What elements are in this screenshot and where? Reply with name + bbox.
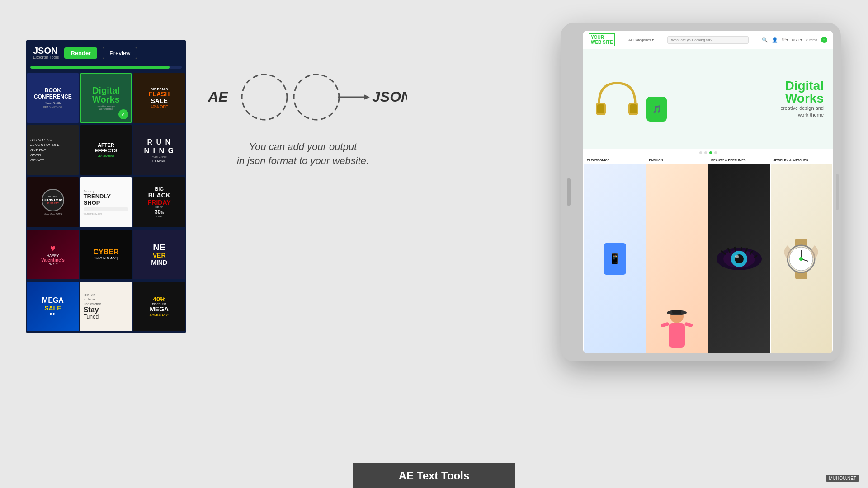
progress-bar-fill [30, 66, 170, 69]
category-jewelry[interactable]: JEWELRY & WATCHES [771, 157, 832, 353]
thumb-run: R U NN I N G [144, 138, 174, 155]
cat-electronics-img: 📱 [584, 164, 646, 353]
flag-dropdown[interactable]: 🏳️▾ [782, 38, 788, 42]
thumbnail-trendly[interactable]: Library TRENDLYSHOP yourcompany.com [80, 177, 132, 227]
render-button[interactable]: Render [64, 47, 97, 59]
flow-svg: AE JSON [199, 68, 407, 127]
beauty-svg [712, 236, 766, 282]
currency-dropdown[interactable]: USD▾ [792, 38, 802, 42]
cat-beauty-img [708, 164, 770, 353]
thumb-ae-sub: Animation [98, 154, 114, 158]
thumbnail-valentine[interactable]: ♥ HAPPY Valentine's PARTY [27, 230, 79, 279]
cat-fashion-img [646, 164, 708, 353]
never-mind-text: MIND [151, 259, 167, 266]
phone-icon: 📱 [604, 243, 626, 275]
tablet-screen: YOUR WEB SITE All Categories ▾ 🔍 👤 🏳️▾ U… [583, 31, 833, 353]
christmas-xmas: CHRISTMAS [42, 198, 64, 202]
never-ver: VER [153, 252, 166, 259]
thumbnail-grid: BOOK CONFERENCE Jane Smith READ AUTHOR D… [26, 72, 186, 333]
svg-text:AE: AE [208, 89, 229, 105]
thumb-digital-sub: creative design work theme [97, 105, 115, 110]
mega-sale-arrows: ▶▶ [50, 312, 56, 316]
thumb-digital-title: DigitalWorks [92, 86, 120, 104]
thumbnail-under-construction[interactable]: Our Siteis UnderConstruction Stay Tuned [80, 282, 132, 331]
msd-mega: MEGA [150, 305, 169, 313]
category-electronics[interactable]: ELECTRONICS 📱 [584, 157, 646, 353]
carousel-dots [583, 149, 833, 157]
tablet-search-input[interactable] [667, 36, 749, 44]
tablet-logo: YOUR WEB SITE [589, 33, 615, 46]
christmas-circle: MERRY CHRISTMAS 31 PARTY [42, 189, 64, 211]
hero-title-line1: Digital [781, 80, 824, 92]
bbf-friday: FRIDAY [148, 199, 171, 206]
logo-line1: YOUR [591, 35, 604, 40]
category-beauty[interactable]: BEAUTY & PERFUMES [708, 157, 770, 353]
thumbnail-digital-works[interactable]: DigitalWorks creative design work theme … [80, 73, 132, 123]
tablet-nav: YOUR WEB SITE All Categories ▾ 🔍 👤 🏳️▾ U… [583, 31, 833, 49]
svg-text:JSON: JSON [372, 89, 407, 105]
thumb-off: 40% OFF [151, 104, 168, 109]
dot-4[interactable] [714, 151, 717, 154]
ipod-product: 🎵 [646, 97, 667, 122]
thumbnail-christmas[interactable]: MERRY CHRISTMAS 31 PARTY New Year 2024 [27, 177, 79, 227]
thumb-author: Jane Smith [45, 102, 61, 105]
logo-line2: WEB SITE [591, 40, 613, 45]
center-area: AE JSON You can add your output in json … [194, 68, 411, 168]
thumbnail-flash-sale[interactable]: BIG DEALS FLASH SALE 40% OFF [133, 73, 185, 123]
svg-rect-8 [597, 104, 604, 113]
cart-badge[interactable]: 2 [821, 37, 827, 43]
thumbnail-running[interactable]: R U NN I N G CHALANGE 01 APRIL [133, 125, 185, 175]
category-fashion[interactable]: FASHION [646, 157, 708, 353]
dropdown-label: All Categories [628, 38, 651, 42]
svg-point-20 [735, 255, 739, 258]
watermark: MUHOU.NET [826, 475, 859, 482]
cart-count: 2 items [806, 38, 817, 42]
dot-1[interactable] [699, 151, 702, 154]
valentine-happy: HAPPY [47, 253, 59, 258]
progress-bar-container [26, 66, 186, 72]
hero-title-line2: Works [781, 92, 824, 105]
jewelry-svg [778, 236, 824, 282]
bbf-big: BIG [155, 186, 164, 192]
cat-electronics-label: ELECTRONICS [584, 157, 646, 164]
thumbnail-after-effects[interactable]: AFTEREFFECTS Animation [80, 125, 132, 175]
preview-button[interactable]: Preview [103, 47, 137, 59]
dot-3[interactable] [709, 151, 712, 154]
thumbnail-big-black-friday[interactable]: BIG BLACK FRIDAY UP TO 30% OFF [133, 177, 185, 227]
cart-summary[interactable]: 2 items [806, 38, 817, 42]
thumbnail-mega-sales-day[interactable]: 40% DISCOUNT MEGA SALES DAY [133, 282, 185, 331]
categories-dropdown[interactable]: All Categories ▾ [628, 38, 654, 42]
construction-stay: Stay [84, 306, 99, 314]
bbf-black: BLACK [148, 192, 170, 199]
thumbnail-book-conference[interactable]: BOOK CONFERENCE Jane Smith READ AUTHOR [27, 73, 79, 123]
thumbnail-cyber-monday[interactable]: CYBER [MONDAY] [80, 230, 132, 279]
user-nav-icon[interactable]: 👤 [772, 37, 778, 43]
dot-2[interactable] [704, 151, 707, 154]
search-nav-icon[interactable]: 🔍 [762, 37, 768, 43]
thumb-flash: FLASH [149, 91, 170, 97]
thumbnail-depth-life[interactable]: IT'S NOT THE LENGTH OF LIFE BUT THE DEPT… [27, 125, 79, 175]
currency-label: USD [792, 38, 799, 42]
tablet-nav-icons: 🔍 👤 🏳️▾ USD▾ 2 items 2 [762, 37, 827, 43]
mega-sale-mega: MEGA [42, 296, 64, 305]
svg-rect-9 [630, 104, 637, 113]
headphone-product [592, 76, 642, 122]
hero-text: Digital Works creative design and work t… [781, 80, 824, 119]
tablet-power-button [567, 178, 571, 206]
left-panel: JSON Exporter Tools Render Preview BOOK … [26, 40, 186, 333]
bbf-percent: 30% [155, 209, 164, 215]
json-logo: JSON Exporter Tools [33, 46, 59, 60]
thumbnail-mega-sale[interactable]: MEGA SALE ▶▶ [27, 282, 79, 331]
christmas-date: New Year 2024 [43, 213, 62, 216]
thumb-title: BOOK CONFERENCE [34, 88, 72, 99]
svg-point-34 [799, 257, 803, 261]
svg-point-2 [294, 75, 339, 120]
thumbnail-never-mind[interactable]: NE VER MIND [133, 230, 185, 279]
cat-beauty-label: BEAUTY & PERFUMES [708, 157, 770, 164]
app-title: AE Text Tools [399, 469, 469, 482]
svg-marker-4 [364, 94, 370, 100]
tablet-hero: 🎵 Digital Works creative design and work… [583, 49, 833, 149]
cat-jewelry-img [771, 164, 832, 353]
trendly-search-bar [84, 207, 129, 211]
thumb-run-challenge: CHALANGE [152, 156, 167, 159]
